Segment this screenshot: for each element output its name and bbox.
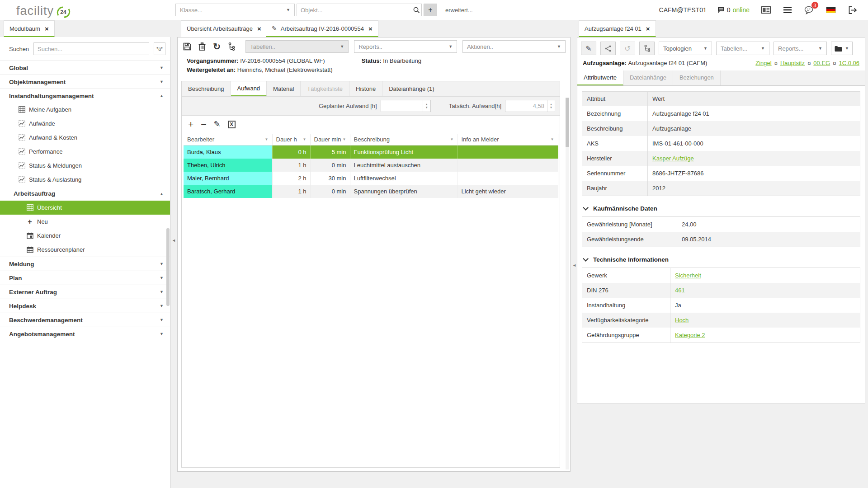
gewerk-link[interactable]: Sicherheit <box>675 272 701 279</box>
sidebar-item-aufwaende[interactable]: Aufwände <box>0 117 170 131</box>
main-menu-icon[interactable] <box>782 5 793 15</box>
add-row-icon[interactable]: + <box>188 120 193 128</box>
messages-icon[interactable]: 3 <box>804 5 815 15</box>
table-row[interactable]: Baratsch, Gerhard 1 h 0 min Spannungen ü… <box>184 185 558 198</box>
din276-link[interactable]: 461 <box>675 287 685 294</box>
objekt-search-input[interactable] <box>297 5 411 15</box>
remove-row-icon[interactable]: − <box>201 120 206 128</box>
breadcrumb-link[interactable]: Zingel <box>755 60 771 66</box>
verfuegbarkeit-link[interactable]: Hoch <box>675 317 689 324</box>
sidebar-group-objektmanagement[interactable]: Objektmanagement ▼ <box>0 75 170 89</box>
tab-arbeitsauftrag[interactable]: ✎ Arbeitsauftrag IV-2016-0000554 × <box>266 20 378 37</box>
language-flag-icon[interactable] <box>826 5 836 15</box>
sidebar-group-instandhaltungsmanagement[interactable]: Instandhaltungsmanagement ▲ <box>0 89 170 103</box>
sidebar-group-global[interactable]: Global ▼ <box>0 61 170 75</box>
search-icon[interactable] <box>411 5 421 15</box>
sidebar-item-meine-aufgaben[interactable]: Meine Aufgaben <box>0 103 170 117</box>
close-icon[interactable]: × <box>257 25 261 33</box>
add-search-row-button[interactable]: + <box>424 4 437 16</box>
tab-beschreibung[interactable]: Beschreibung <box>182 81 231 96</box>
sidebar-group-helpdesk[interactable]: Helpdesk ▼ <box>0 299 170 313</box>
online-status[interactable]: 0 online <box>717 6 750 14</box>
tab-attributwerte[interactable]: Attributwerte <box>577 70 623 85</box>
advanced-search-link[interactable]: erweitert... <box>445 7 473 14</box>
tab-dateianhaenge[interactable]: Dateianhänge (1) <box>382 81 441 96</box>
tab-aufwand[interactable]: Aufwand <box>231 81 267 96</box>
sidebar-item-aufwand-kosten[interactable]: Aufwand & Kosten <box>0 131 170 145</box>
fuzzy-search-button[interactable]: *ä* <box>154 42 165 55</box>
sidebar-item-kalender[interactable]: Kalender <box>0 229 170 243</box>
section-technische-informationen[interactable]: Technische Informationen <box>584 256 859 263</box>
delete-icon[interactable] <box>197 42 207 52</box>
save-icon[interactable] <box>182 42 192 52</box>
spinner-control[interactable]: ▲▼ <box>423 100 430 112</box>
sidebar-item-uebersicht[interactable]: Übersicht <box>0 201 170 215</box>
aktionen-dropdown[interactable]: Aktionen.. ▼ <box>462 40 566 53</box>
tabellen-dropdown[interactable]: Tabellen.. ▼ <box>245 40 349 53</box>
breadcrumb-link[interactable]: 00.EG <box>813 60 830 66</box>
chevron-up-icon: ▲ <box>160 192 164 196</box>
tree-structure-icon[interactable] <box>227 42 236 52</box>
sidebar-item-status-meldungen[interactable]: Status & Meldungen <box>0 159 170 173</box>
tab-uebersicht-arbeitsauftraege[interactable]: Übersicht Arbeitsaufträge × <box>181 20 267 37</box>
table-row[interactable]: Maier, Bernhard 2 h 30 min Luftfilterwec… <box>184 172 558 185</box>
section-kaufmaennische-daten[interactable]: Kaufmännische Daten <box>584 205 859 212</box>
tab-historie[interactable]: Historie <box>349 81 382 96</box>
sidebar-group-externer-auftrag[interactable]: Externer Auftrag ▼ <box>0 285 170 299</box>
reference-panel-icon[interactable] <box>760 5 771 15</box>
tab-aufzugsanlage[interactable]: Aufzugsanlage f24 01 × <box>579 20 656 37</box>
share-icon[interactable] <box>600 42 616 55</box>
tab-modulbaum[interactable]: Modulbaum × <box>4 20 55 37</box>
objekt-search-field[interactable] <box>297 4 422 16</box>
klasse-select[interactable]: Klasse... ▼ <box>175 4 295 16</box>
center-scrollbar[interactable] <box>566 97 569 469</box>
filter-icon: ▼ <box>265 137 269 141</box>
chevron-down-icon: ▼ <box>160 290 164 294</box>
documents-folder-dropdown[interactable]: ▼ <box>831 42 853 55</box>
close-icon[interactable]: × <box>368 25 373 33</box>
geplanter-aufwand-input[interactable] <box>381 100 423 112</box>
sidebar-group-angebotsmanagement[interactable]: Angebotsmanagement ▼ <box>0 327 170 341</box>
sidebar-item-status-auslastung[interactable]: Status & Auslastung <box>0 173 170 187</box>
topologien-dropdown[interactable]: Topologien ▼ <box>659 42 712 55</box>
table-row[interactable]: Theben, Ulrich 1 h 0 min Leuchtmittel au… <box>184 159 558 172</box>
gefaehrdungsgruppe-link[interactable]: Kategorie 2 <box>675 332 705 338</box>
grid-toolbar: + − ✎ X <box>182 116 560 133</box>
reports-dropdown[interactable]: Reports... ▼ <box>774 42 827 55</box>
col-dauer-min[interactable]: Dauer min▼ <box>310 134 350 145</box>
sidebar-collapse-handle[interactable]: ◄ <box>172 238 176 243</box>
sidebar-group-meldung[interactable]: Meldung ▼ <box>0 257 170 271</box>
logout-icon[interactable] <box>847 5 858 15</box>
refresh-icon[interactable]: ↻ <box>212 42 222 52</box>
reports-dropdown[interactable]: Reports.. ▼ <box>354 40 457 53</box>
chart-icon <box>18 134 25 141</box>
edit-icon[interactable]: ✎ <box>581 42 596 55</box>
tabellen-dropdown[interactable]: Tabellen... ▼ <box>716 42 769 55</box>
tree-search-input[interactable] <box>33 42 149 55</box>
excel-export-icon[interactable]: X <box>228 121 236 128</box>
tree-structure-icon[interactable] <box>639 42 655 55</box>
sidebar-group-beschwerdemanagement[interactable]: Beschwerdemanagement ▼ <box>0 313 170 327</box>
breadcrumb-link[interactable]: 1C.0.06 <box>839 60 859 66</box>
sidebar-group-plan[interactable]: Plan ▼ <box>0 271 170 285</box>
tab-beziehungen[interactable]: Beziehungen <box>673 70 721 85</box>
hersteller-link[interactable]: Kasper Aufzüge <box>652 155 694 162</box>
col-info-an-melder[interactable]: Info an Melder▼ <box>458 134 558 145</box>
sidebar-item-ressourcenplaner[interactable]: Ressourcenplaner <box>0 243 170 257</box>
close-icon[interactable]: × <box>45 25 49 33</box>
sidebar-item-performance[interactable]: Performance <box>0 145 170 159</box>
col-dauer-h[interactable]: Dauer h▼ <box>272 134 310 145</box>
tab-material[interactable]: Material <box>267 81 301 96</box>
col-bearbeiter[interactable]: Bearbeiter▼ <box>184 134 272 145</box>
col-beschreibung[interactable]: Beschreibung▼ <box>350 134 458 145</box>
sidebar-group-arbeitsauftrag[interactable]: Arbeitsauftrag ▲ <box>0 187 170 201</box>
close-icon[interactable]: × <box>646 25 650 33</box>
breadcrumb-link[interactable]: Hauptsitz <box>780 60 805 66</box>
table-row[interactable]: Burda, Klaus 0 h 5 min Funktionsprüfung … <box>184 145 558 159</box>
tab-dateianhaenge[interactable]: Dateianhänge <box>623 70 673 85</box>
edit-row-icon[interactable]: ✎ <box>214 120 221 128</box>
right-panel-collapse-handle[interactable]: ◄ <box>572 263 576 267</box>
app-logo: facility 24 <box>16 2 71 20</box>
sidebar-scrollbar[interactable] <box>166 228 170 306</box>
sidebar-item-neu[interactable]: + Neu <box>0 215 170 229</box>
